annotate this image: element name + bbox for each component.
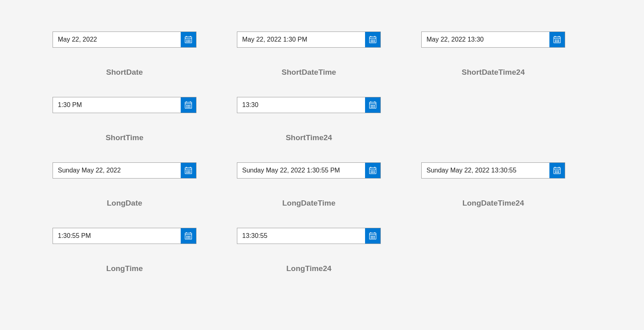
date-picker-long-time[interactable]: 1:30:55 PM <box>53 228 196 244</box>
calendar-icon <box>369 166 377 174</box>
picker-group-long-time-24: 13:30:55 LongTime24 <box>237 228 381 273</box>
date-picker-short-date-time-24[interactable]: May 22, 2022 13:30 <box>421 32 565 48</box>
picker-label: ShortTime24 <box>286 133 332 142</box>
calendar-icon <box>369 232 377 240</box>
picker-label: ShortDate <box>106 68 143 77</box>
picker-value: May 22, 2022 <box>53 32 181 47</box>
picker-group-long-date: Sunday May 22, 2022 LongDate <box>53 162 196 208</box>
picker-group-short-time: 1:30 PM ShortTime <box>53 97 196 142</box>
date-picker-short-date-time[interactable]: May 22, 2022 1:30 PM <box>237 32 381 48</box>
picker-group-short-date-time-24: May 22, 2022 13:30 ShortDateTime24 <box>421 32 565 77</box>
calendar-button[interactable] <box>549 163 565 178</box>
calendar-icon <box>184 36 192 44</box>
date-picker-long-date-time[interactable]: Sunday May 22, 2022 1:30:55 PM <box>237 162 381 179</box>
calendar-button[interactable] <box>365 97 380 113</box>
picker-value: Sunday May 22, 2022 1:30:55 PM <box>237 163 365 178</box>
date-picker-short-date[interactable]: May 22, 2022 <box>53 32 196 48</box>
calendar-icon <box>553 36 561 44</box>
calendar-button[interactable] <box>365 163 380 178</box>
date-picker-short-time[interactable]: 1:30 PM <box>53 97 196 113</box>
calendar-button[interactable] <box>181 32 196 47</box>
calendar-icon <box>553 166 561 174</box>
picker-label: LongTime <box>106 264 143 273</box>
picker-value: 13:30 <box>237 97 365 113</box>
picker-label: LongDateTime <box>282 199 336 208</box>
picker-value: May 22, 2022 1:30 PM <box>237 32 365 47</box>
calendar-icon <box>184 101 192 109</box>
date-picker-long-date[interactable]: Sunday May 22, 2022 <box>53 162 196 179</box>
date-picker-grid: May 22, 2022 ShortDate May 22, 2022 1:30… <box>53 32 591 273</box>
calendar-button[interactable] <box>181 97 196 113</box>
picker-label: ShortTime <box>106 133 144 142</box>
calendar-button[interactable] <box>365 228 380 244</box>
calendar-button[interactable] <box>181 163 196 178</box>
picker-label: LongDateTime24 <box>462 199 524 208</box>
picker-label: LongTime24 <box>286 264 332 273</box>
picker-value: 1:30 PM <box>53 97 181 113</box>
calendar-button[interactable] <box>365 32 380 47</box>
picker-value: May 22, 2022 13:30 <box>422 32 549 47</box>
picker-value: Sunday May 22, 2022 <box>53 163 181 178</box>
picker-group-short-date-time: May 22, 2022 1:30 PM ShortDateTime <box>237 32 381 77</box>
picker-label: ShortDateTime <box>282 68 336 77</box>
picker-label: ShortDateTime24 <box>462 68 525 77</box>
calendar-button[interactable] <box>549 32 565 47</box>
picker-group-short-time-24: 13:30 ShortTime24 <box>237 97 381 142</box>
picker-group-long-date-time: Sunday May 22, 2022 1:30:55 PM LongDateT… <box>237 162 381 208</box>
calendar-icon <box>369 101 377 109</box>
picker-value: 1:30:55 PM <box>53 228 181 244</box>
picker-group-long-time: 1:30:55 PM LongTime <box>53 228 196 273</box>
calendar-icon <box>184 166 192 174</box>
calendar-button[interactable] <box>181 228 196 244</box>
picker-value: 13:30:55 <box>237 228 365 244</box>
picker-value: Sunday May 22, 2022 13:30:55 <box>422 163 549 178</box>
calendar-icon <box>369 36 377 44</box>
date-picker-long-date-time-24[interactable]: Sunday May 22, 2022 13:30:55 <box>421 162 565 179</box>
picker-group-long-date-time-24: Sunday May 22, 2022 13:30:55 LongDateTim… <box>421 162 565 208</box>
picker-group-short-date: May 22, 2022 ShortDate <box>53 32 196 77</box>
picker-label: LongDate <box>107 199 142 208</box>
date-picker-long-time-24[interactable]: 13:30:55 <box>237 228 381 244</box>
date-picker-short-time-24[interactable]: 13:30 <box>237 97 381 113</box>
calendar-icon <box>184 232 192 240</box>
